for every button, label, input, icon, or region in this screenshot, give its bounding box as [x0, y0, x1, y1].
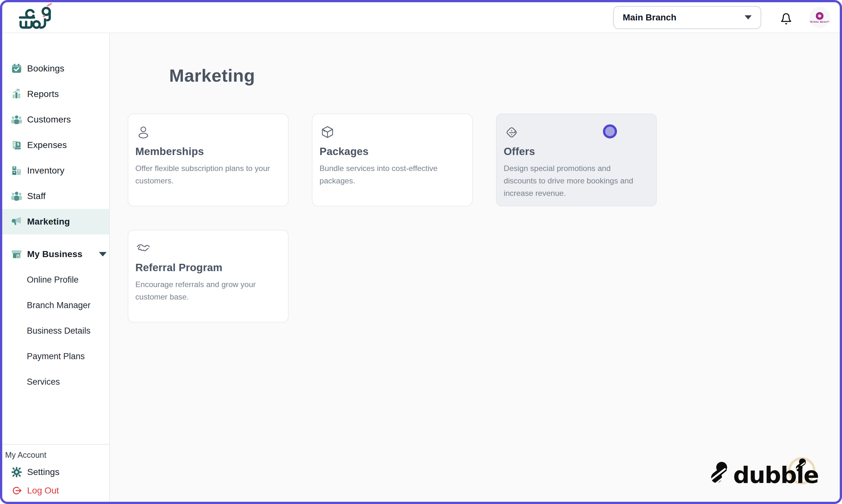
boxes-icon [11, 165, 23, 177]
card-description: Design special promotions and discounts … [504, 162, 644, 199]
account-avatar[interactable]: REVEAL BEAUTY [809, 7, 830, 28]
sidebar-item-label: Customers [27, 114, 71, 125]
notifications-bell-icon[interactable] [779, 9, 793, 26]
card-title: Memberships [135, 145, 275, 158]
sidebar-subitem-label: Business Details [27, 326, 91, 336]
my-account-label: My Account [2, 449, 109, 463]
sidebar-item-label: Marketing [27, 217, 70, 227]
sidebar-item-customers[interactable]: Customers [2, 107, 109, 132]
discount-tag-icon [504, 125, 519, 140]
cursor-click-indicator [603, 124, 617, 139]
sidebar-item-label: Bookings [27, 64, 65, 74]
card-description: Encourage referrals and grow your custom… [135, 278, 275, 303]
offers-card[interactable]: Offers Design special promotions and dis… [496, 113, 657, 206]
chevron-down-icon [99, 252, 107, 256]
branch-selector-value: Main Branch [623, 13, 676, 23]
settings-label: Settings [27, 467, 59, 477]
branch-selector[interactable]: Main Branch [613, 6, 761, 29]
sidebar-subitem-label: Payment Plans [27, 352, 85, 361]
sidebar-item-label: Inventory [27, 165, 65, 176]
referral-program-card[interactable]: Referral Program Encourage referrals and… [128, 230, 288, 323]
logout-icon [11, 485, 23, 497]
sidebar-subitem-services[interactable]: Services [2, 369, 109, 395]
sidebar-subitem-payment-plans[interactable]: Payment Plans [2, 344, 109, 369]
sidebar: Bookings Reports [2, 33, 110, 502]
calendar-check-icon [11, 62, 23, 75]
sidebar-item-marketing[interactable]: Marketing [2, 209, 109, 234]
card-title: Offers [504, 145, 644, 158]
sidebar-item-my-business[interactable]: My Business [2, 241, 109, 267]
sidebar-item-reports[interactable]: Reports [2, 82, 109, 107]
sidebar-item-inventory[interactable]: Inventory [2, 158, 109, 183]
brand-logo [18, 3, 58, 32]
packages-card[interactable]: Packages Bundle services into cost-effec… [312, 113, 473, 206]
logout-button[interactable]: Log Out [2, 481, 109, 500]
avatar-brand-emblem [816, 12, 824, 20]
sidebar-nav: Bookings Reports [2, 33, 109, 395]
sidebar-subitem-label: Branch Manager [27, 301, 91, 310]
sidebar-item-label: My Business [27, 249, 82, 259]
card-description: Offer flexible subscription plans to you… [135, 162, 275, 187]
people-icon [11, 190, 23, 202]
receipt-icon: $ [11, 139, 23, 151]
megaphone-icon [11, 216, 23, 228]
page-title: Marketing [169, 66, 840, 86]
waj-logo-icon [18, 3, 58, 31]
app-window: Main Branch REVEAL BEAUTY [0, 0, 842, 504]
gear-icon [11, 466, 23, 478]
account-section: My Account [2, 444, 109, 502]
sidebar-item-staff[interactable]: Staff [2, 183, 109, 209]
card-description: Bundle services into cost-effective pack… [319, 162, 459, 187]
settings-button[interactable]: Settings [2, 463, 109, 481]
marketing-cards-grid: Memberships Offer flexible subscription … [128, 113, 840, 323]
card-title: Packages [319, 145, 459, 158]
people-icon [11, 113, 23, 126]
sidebar-item-label: Staff [27, 191, 46, 201]
storefront-icon [11, 248, 23, 260]
bar-chart-icon [11, 88, 23, 100]
package-icon [320, 125, 335, 140]
person-icon [136, 125, 151, 140]
sidebar-item-label: Reports [27, 89, 59, 99]
sidebar-subitem-online-profile[interactable]: Online Profile [2, 267, 109, 292]
handshake-icon [136, 241, 151, 256]
memberships-card[interactable]: Memberships Offer flexible subscription … [128, 113, 288, 206]
sidebar-item-expenses[interactable]: $ Expenses [2, 132, 109, 158]
sidebar-subitem-branch-manager[interactable]: Branch Manager [2, 292, 109, 318]
sidebar-subitem-label: Online Profile [27, 275, 78, 285]
sidebar-item-bookings[interactable]: Bookings [2, 56, 109, 82]
logout-label: Log Out [27, 486, 59, 496]
chevron-down-icon [744, 15, 752, 19]
svg-text:$: $ [17, 142, 19, 146]
card-title: Referral Program [135, 262, 275, 274]
main-content: Marketing Memberships Offer flexible sub… [110, 33, 840, 502]
topbar: Main Branch REVEAL BEAUTY [2, 2, 840, 33]
sidebar-subitem-label: Services [27, 377, 60, 387]
sidebar-item-label: Expenses [27, 140, 67, 150]
sidebar-subitem-business-details[interactable]: Business Details [2, 318, 109, 344]
avatar-brand-text: REVEAL BEAUTY [809, 21, 830, 23]
